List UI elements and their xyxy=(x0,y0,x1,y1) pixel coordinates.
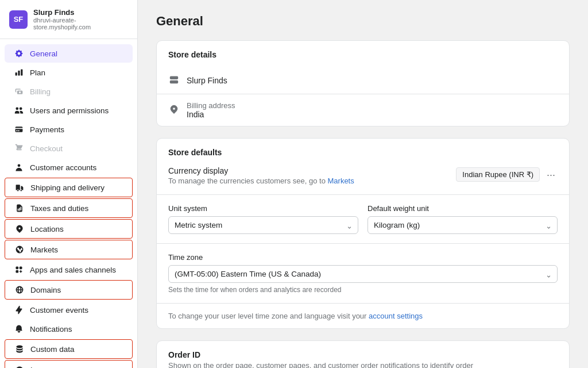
store-info: Slurp Finds dhruvi-aureate-store.myshopi… xyxy=(33,8,128,30)
sidebar-item-label-languages: Languages xyxy=(30,366,69,369)
sidebar-item-customer-accounts[interactable]: Customer accounts xyxy=(5,158,133,177)
sidebar: SF Slurp Finds dhruvi-aureate-store.mysh… xyxy=(0,0,138,368)
domains-icon xyxy=(14,285,25,295)
sidebar-item-locations[interactable]: Locations xyxy=(5,219,133,239)
payments-icon xyxy=(14,124,24,135)
sidebar-nav: General Plan Billing xyxy=(0,39,137,368)
unit-system-field: Unit system Metric system Imperial syste… xyxy=(168,204,358,234)
sidebar-item-shipping[interactable]: Shipping and delivery xyxy=(5,178,133,197)
users-icon xyxy=(14,105,24,116)
page-title: General xyxy=(156,14,570,29)
unit-weight-row: Unit system Metric system Imperial syste… xyxy=(157,195,569,244)
sidebar-item-domains[interactable]: Domains xyxy=(5,280,133,300)
sidebar-item-custom-data[interactable]: Custom data xyxy=(5,339,133,359)
sidebar-item-label-billing: Billing xyxy=(30,87,51,96)
unit-system-select-wrapper: Metric system Imperial system xyxy=(168,216,358,234)
store-icon xyxy=(168,74,180,87)
notifications-icon xyxy=(14,324,24,334)
customer-events-icon xyxy=(14,305,24,315)
sidebar-item-label-users: Users and permissions xyxy=(30,106,109,115)
weight-unit-select-wrapper: Kilogram (kg) Gram (g) Pound (lb) xyxy=(368,216,558,234)
weight-unit-label: Default weight unit xyxy=(368,204,558,213)
weight-unit-field: Default weight unit Kilogram (kg) Gram (… xyxy=(368,204,558,234)
timezone-select-wrapper: (GMT-05:00) Eastern Time (US & Canada) (… xyxy=(168,265,558,283)
store-defaults-card: Store defaults Currency display To manag… xyxy=(156,138,570,329)
timezone-row: Time zone (GMT-05:00) Eastern Time (US &… xyxy=(157,244,569,304)
weight-unit-select[interactable]: Kilogram (kg) Gram (g) Pound (lb) xyxy=(368,216,558,234)
timezone-hint: Sets the time for when orders and analyt… xyxy=(168,286,558,294)
currency-display-left: Currency display To manage the currencie… xyxy=(168,166,354,185)
order-id-title: Order ID xyxy=(168,350,558,359)
sidebar-item-languages[interactable]: Languages xyxy=(5,360,133,368)
languages-icon xyxy=(14,365,25,368)
sidebar-item-label-markets: Markets xyxy=(30,246,58,254)
order-id-desc: Shown on the order page, customer pages,… xyxy=(168,361,558,368)
apps-icon xyxy=(14,264,24,275)
general-icon xyxy=(14,48,24,59)
unit-system-select[interactable]: Metric system Imperial system xyxy=(168,216,358,234)
sidebar-item-taxes[interactable]: Taxes and duties xyxy=(5,198,133,218)
main-content: General Store details Slurp Finds Billin… xyxy=(138,0,588,368)
plan-icon xyxy=(14,67,24,78)
currency-display-right: Indian Rupee (INR ₹) ··· xyxy=(456,167,558,182)
sidebar-item-customer-events[interactable]: Customer events xyxy=(5,301,133,319)
currency-more-button[interactable]: ··· xyxy=(544,168,558,181)
sidebar-item-label-locations: Locations xyxy=(30,225,64,233)
store-details-card: Store details Slurp Finds Billing addres… xyxy=(156,40,570,126)
markets-link[interactable]: Markets xyxy=(328,177,354,185)
billing-icon xyxy=(14,86,24,97)
store-details-title: Store details xyxy=(157,41,569,59)
store-url: dhruvi-aureate-store.myshopify.com xyxy=(33,17,128,30)
customer-accounts-icon xyxy=(14,162,24,172)
account-settings-link[interactable]: account settings xyxy=(369,312,423,320)
currency-display-desc: To manage the currencies customers see, … xyxy=(168,177,354,185)
sidebar-item-label-checkout: Checkout xyxy=(30,144,63,153)
currency-display-title: Currency display xyxy=(168,166,354,175)
order-id-card: Order ID Shown on the order page, custom… xyxy=(156,340,570,368)
sidebar-item-markets[interactable]: Markets xyxy=(5,240,133,259)
shipping-icon xyxy=(14,182,25,193)
sidebar-item-label-custom-data: Custom data xyxy=(30,345,75,354)
unit-system-label: Unit system xyxy=(168,204,358,213)
timezone-select[interactable]: (GMT-05:00) Eastern Time (US & Canada) (… xyxy=(168,265,558,283)
billing-address-content: Billing address India xyxy=(187,101,235,119)
billing-address-label: Billing address xyxy=(187,101,235,110)
sidebar-item-general[interactable]: General xyxy=(5,44,133,63)
sidebar-item-payments[interactable]: Payments xyxy=(5,120,133,139)
sidebar-item-label-shipping: Shipping and delivery xyxy=(30,183,105,192)
timezone-label: Time zone xyxy=(168,253,558,262)
store-name: Slurp Finds xyxy=(33,8,128,17)
custom-data-icon xyxy=(14,344,25,354)
store-name-value: Slurp Finds xyxy=(187,76,227,85)
sidebar-item-label-notifications: Notifications xyxy=(30,325,72,334)
sidebar-item-apps[interactable]: Apps and sales channels xyxy=(5,260,133,279)
sidebar-item-label-taxes: Taxes and duties xyxy=(30,204,88,213)
store-name-row: Slurp Finds xyxy=(157,67,569,94)
currency-display-row: Currency display To manage the currencie… xyxy=(157,157,569,195)
sidebar-item-billing: Billing xyxy=(5,82,133,101)
taxes-icon xyxy=(14,203,25,213)
sidebar-item-notifications[interactable]: Notifications xyxy=(5,320,133,338)
sidebar-item-label-customer-accounts: Customer accounts xyxy=(30,163,96,172)
locations-icon xyxy=(14,224,25,234)
billing-address-icon xyxy=(168,104,180,117)
order-id-header: Order ID Shown on the order page, custom… xyxy=(157,341,569,368)
billing-address-row: Billing address India xyxy=(157,94,569,126)
account-settings-text: To change your user level time zone and … xyxy=(168,312,558,320)
currency-badge: Indian Rupee (INR ₹) xyxy=(456,167,540,182)
store-header[interactable]: SF Slurp Finds dhruvi-aureate-store.mysh… xyxy=(0,0,137,39)
sidebar-item-label-general: General xyxy=(30,49,57,58)
sidebar-item-plan[interactable]: Plan xyxy=(5,63,133,82)
checkout-icon xyxy=(14,143,24,154)
store-defaults-title: Store defaults xyxy=(157,139,569,157)
sidebar-item-label-domains: Domains xyxy=(30,286,61,294)
markets-icon xyxy=(14,244,25,255)
sidebar-item-users[interactable]: Users and permissions xyxy=(5,101,133,120)
billing-address-value: India xyxy=(187,110,235,119)
account-settings-row: To change your user level time zone and … xyxy=(157,304,569,328)
sidebar-item-label-plan: Plan xyxy=(30,68,45,77)
store-avatar: SF xyxy=(9,10,28,29)
sidebar-item-label-payments: Payments xyxy=(30,125,64,134)
sidebar-item-checkout: Checkout xyxy=(5,139,133,158)
sidebar-item-label-customer-events: Customer events xyxy=(30,306,88,315)
